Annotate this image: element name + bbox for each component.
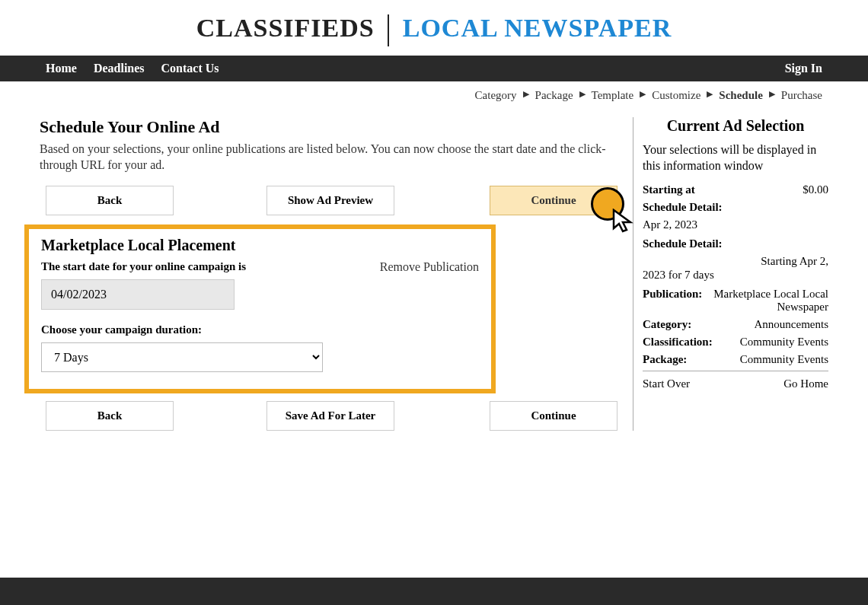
duration-select[interactable]: 7 Days — [41, 342, 323, 372]
sidebar-title: Current Ad Selection — [643, 117, 828, 135]
category-label: Category: — [643, 318, 691, 331]
starting-at-value: $0.00 — [803, 183, 828, 196]
package-value: Community Events — [740, 353, 828, 366]
back-button-lower[interactable]: Back — [46, 401, 174, 431]
nav-deadlines[interactable]: Deadlines — [94, 62, 145, 75]
sidebar: Current Ad Selection Your selections wil… — [633, 117, 828, 431]
show-ad-preview-button[interactable]: Show Ad Preview — [266, 186, 394, 215]
starting-at-label: Starting at — [643, 183, 695, 196]
schedule-detail-label2: Schedule Detail: — [643, 237, 723, 250]
back-button[interactable]: Back — [46, 186, 174, 215]
breadcrumb-template[interactable]: Template — [592, 89, 634, 102]
continue-button-lower[interactable]: Continue — [490, 401, 617, 431]
chevron-right-icon: ▶ — [707, 89, 713, 102]
breadcrumb-category[interactable]: Category — [475, 89, 517, 102]
breadcrumb-package[interactable]: Package — [535, 89, 573, 102]
start-date-label: The start date for your online campaign … — [41, 260, 246, 273]
continue-button[interactable]: Continue — [490, 186, 617, 215]
page-title: Schedule Your Online Ad — [40, 117, 617, 137]
placement-title: Marketplace Local Placement — [41, 237, 479, 254]
publication-label: Publication: — [643, 288, 702, 314]
schedule-detail-right: Starting Apr 2, — [643, 255, 828, 268]
start-date-input[interactable] — [41, 279, 235, 310]
save-ad-later-button[interactable]: Save Ad For Later — [266, 401, 394, 431]
placement-box: Marketplace Local Placement The start da… — [24, 224, 496, 393]
nav-signin[interactable]: Sign In — [785, 62, 822, 75]
publication-value: Marketplace Local Local Newspaper — [702, 288, 828, 314]
header: CLASSIFIEDS LOCAL NEWSPAPER — [0, 0, 868, 56]
header-classifieds: CLASSIFIEDS — [196, 14, 375, 42]
chevron-right-icon: ▶ — [769, 89, 775, 102]
go-home-link[interactable]: Go Home — [783, 377, 828, 390]
schedule-detail-left: 2023 for 7 days — [643, 269, 714, 281]
breadcrumb-customize[interactable]: Customize — [652, 89, 700, 102]
nav-contact[interactable]: Contact Us — [161, 62, 219, 75]
duration-label: Choose your campaign duration: — [41, 323, 479, 336]
classification-value: Community Events — [740, 336, 828, 349]
footer — [0, 578, 868, 605]
chevron-right-icon: ▶ — [523, 89, 529, 102]
category-value: Announcements — [755, 318, 828, 331]
sidebar-description: Your selections will be displayed in thi… — [643, 142, 828, 174]
chevron-right-icon: ▶ — [579, 89, 586, 102]
start-over-link[interactable]: Start Over — [643, 377, 690, 390]
header-divider — [388, 14, 389, 46]
breadcrumb-purchase[interactable]: Purchase — [781, 89, 822, 102]
remove-publication-link[interactable]: Remove Publication — [380, 260, 479, 274]
schedule-detail-label: Schedule Detail: — [643, 201, 723, 214]
header-newspaper: LOCAL NEWSPAPER — [403, 14, 672, 42]
classification-label: Classification: — [643, 336, 713, 349]
package-label: Package: — [643, 353, 687, 366]
schedule-detail-date: Apr 2, 2023 — [643, 218, 828, 231]
breadcrumb-schedule[interactable]: Schedule — [719, 89, 763, 102]
breadcrumb: Category ▶ Package ▶ Template ▶ Customiz… — [0, 81, 868, 102]
page-description: Based on your selections, your online pu… — [40, 142, 617, 174]
navbar: Home Deadlines Contact Us Sign In — [0, 56, 868, 81]
nav-home[interactable]: Home — [46, 62, 77, 75]
chevron-right-icon: ▶ — [640, 89, 646, 102]
